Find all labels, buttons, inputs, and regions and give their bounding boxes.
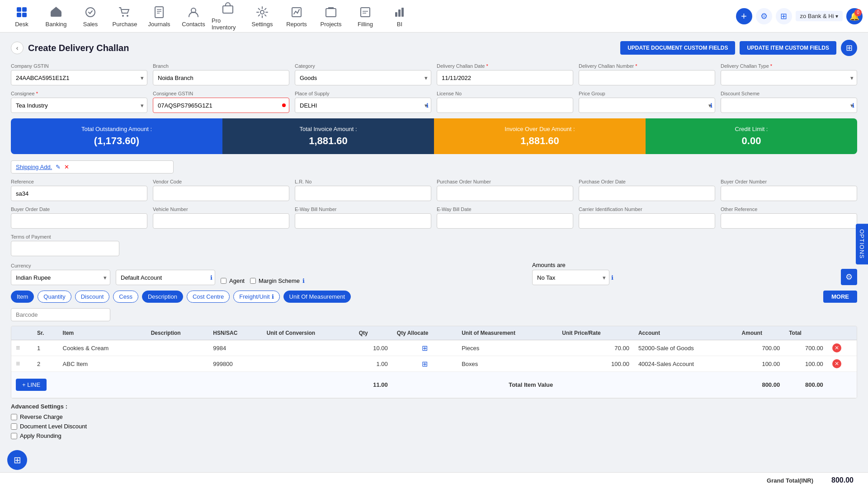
category-label: Category: [295, 63, 431, 69]
default-account-input[interactable]: [116, 270, 215, 285]
tab-item[interactable]: Item: [11, 291, 34, 303]
delivery-challan-number-input[interactable]: [579, 70, 715, 85]
row2-delete-icon[interactable]: ✕: [832, 359, 841, 368]
eway-bill-number-input[interactable]: [295, 213, 431, 229]
advanced-settings: Advanced Settings : Reverse Charge Docum…: [11, 403, 857, 439]
margin-scheme-checkbox[interactable]: [250, 278, 256, 284]
discount-scheme-info-icon[interactable]: ℹ: [852, 102, 854, 109]
price-group-group: Price Group ℹ: [579, 91, 715, 113]
document-level-discount-row[interactable]: Document Level Discount: [11, 423, 857, 430]
amounts-are-select[interactable]: No Tax: [532, 270, 609, 285]
col-drag: [11, 326, 33, 340]
row2-qty-allocate[interactable]: ⊞: [392, 356, 457, 372]
back-button[interactable]: ‹: [11, 42, 24, 54]
terms-of-payment-input[interactable]: [11, 241, 119, 256]
place-of-supply-select[interactable]: DELHI: [295, 98, 431, 113]
buyer-order-date-input[interactable]: [11, 213, 147, 229]
tab-quantity[interactable]: Quantity: [38, 291, 71, 303]
col-total: Total: [784, 326, 828, 340]
update-item-custom-fields-button[interactable]: UPDATE ITEM CUSTOM FIELDS: [740, 41, 836, 55]
margin-scheme-info-icon[interactable]: ℹ: [302, 277, 305, 284]
price-group-select[interactable]: [579, 98, 715, 113]
place-of-supply-info-icon[interactable]: ℹ: [426, 102, 429, 109]
row2-qty-allocate-icon[interactable]: ⊞: [422, 360, 428, 368]
row2-drag[interactable]: ≡: [11, 356, 33, 372]
default-account-info-icon[interactable]: ℹ: [210, 274, 212, 281]
price-group-info-icon[interactable]: ℹ: [710, 102, 712, 109]
discount-scheme-group: Discount Scheme ℹ: [721, 91, 857, 113]
nav-projects[interactable]: Projects: [315, 1, 347, 32]
nav-desk[interactable]: Desk: [5, 1, 38, 32]
tab-discount[interactable]: Discount: [75, 291, 110, 303]
eway-bill-date-input[interactable]: [437, 213, 573, 229]
tab-cost-centre[interactable]: Cost Centre: [187, 291, 230, 303]
row2-delete[interactable]: ✕: [828, 356, 857, 372]
amounts-are-info-icon[interactable]: ℹ: [611, 274, 613, 281]
reverse-charge-checkbox[interactable]: [11, 414, 17, 420]
grid-apps-button[interactable]: ⊞: [776, 8, 792, 24]
delivery-challan-date-input[interactable]: [437, 70, 573, 85]
column-settings-button[interactable]: ⚙: [841, 269, 857, 285]
tab-cess[interactable]: Cess: [113, 291, 138, 303]
reverse-charge-row[interactable]: Reverse Charge: [11, 413, 857, 420]
consignee-select[interactable]: Tea Industry: [11, 98, 147, 113]
nav-settings[interactable]: Settings: [246, 1, 278, 32]
more-button[interactable]: MORE: [823, 291, 857, 303]
apply-rounding-checkbox[interactable]: [11, 433, 17, 439]
company-switcher[interactable]: zo Bank & Hi ▾: [796, 11, 843, 21]
reference-input[interactable]: [11, 186, 147, 201]
barcode-input[interactable]: [11, 308, 110, 321]
other-reference-input[interactable]: [721, 213, 857, 229]
tab-description[interactable]: Description: [142, 291, 183, 303]
tab-freight-unit[interactable]: Freight/Unit ℹ: [233, 291, 279, 303]
add-line-button[interactable]: + LINE: [16, 379, 47, 391]
nav-filling[interactable]: Filling: [349, 1, 382, 32]
settings-gear-button[interactable]: ⚙: [756, 8, 772, 24]
row1-delete[interactable]: ✕: [828, 340, 857, 356]
purchase-order-number-input[interactable]: [437, 186, 573, 201]
company-gstin-select[interactable]: 24AABCA5951E1Z1: [11, 70, 147, 85]
total-outstanding-card: Total Outstanding Amount : (1,173.60): [11, 118, 222, 154]
nav-contacts[interactable]: Contacts: [177, 1, 210, 32]
carrier-id-input[interactable]: [579, 213, 715, 229]
currency-select[interactable]: Indian Rupee: [11, 270, 110, 285]
license-no-input[interactable]: [437, 98, 573, 113]
nav-purchase[interactable]: Purchase: [108, 1, 141, 32]
row1-delete-icon[interactable]: ✕: [832, 343, 841, 352]
branch-input[interactable]: [153, 70, 289, 85]
shipping-edit-icon[interactable]: ✎: [56, 164, 61, 170]
add-new-button[interactable]: +: [736, 8, 752, 24]
row1-drag[interactable]: ≡: [11, 340, 33, 356]
nav-reports[interactable]: Reports: [280, 1, 313, 32]
nav-pro-inventory[interactable]: Pro Inventory: [212, 1, 244, 32]
agent-checkbox[interactable]: [221, 278, 226, 284]
nav-journals[interactable]: Journals: [143, 1, 175, 32]
page-header: ‹ Create Delivery Challan UPDATE DOCUMEN…: [11, 40, 857, 56]
delivery-challan-type-select[interactable]: [721, 70, 857, 85]
apply-rounding-row[interactable]: Apply Rounding: [11, 432, 857, 439]
row1-qty-allocate-icon[interactable]: ⊞: [422, 344, 428, 352]
consignee-gstin-input[interactable]: [153, 98, 289, 113]
nav-banking[interactable]: Banking: [40, 1, 72, 32]
row1-qty-allocate[interactable]: ⊞: [392, 340, 457, 356]
lr-no-input[interactable]: [295, 186, 431, 201]
purchase-order-date-input[interactable]: [579, 186, 715, 201]
bottom-left-app-icon[interactable]: ⊞: [7, 450, 27, 470]
category-select[interactable]: Goods: [295, 70, 431, 85]
document-level-discount-checkbox[interactable]: [11, 423, 17, 430]
tab-uom[interactable]: Unit Of Measurement: [283, 291, 351, 303]
nav-sales[interactable]: Sales: [74, 1, 107, 32]
form-row-2: Consignee Tea Industry Consignee GSTIN P…: [11, 91, 857, 113]
discount-scheme-select[interactable]: [721, 98, 857, 113]
vehicle-number-input[interactable]: [153, 213, 289, 229]
terms-of-payment-label: Terms of Payment: [11, 234, 119, 239]
shipping-close-icon[interactable]: ✕: [64, 164, 69, 170]
options-tab[interactable]: OPTIONS: [856, 224, 868, 264]
shipping-address-link[interactable]: Shipping Add.: [16, 164, 52, 170]
buyer-order-number-input[interactable]: [721, 186, 857, 201]
nav-bi[interactable]: BI: [383, 1, 416, 32]
update-doc-custom-fields-button[interactable]: UPDATE DOCUMENT CUSTOM FIELDS: [620, 41, 735, 55]
delivery-challan-type-group: Delivery Challan Type: [721, 63, 857, 85]
vendor-code-input[interactable]: [153, 186, 289, 201]
page-settings-button[interactable]: ⊞: [841, 40, 857, 56]
